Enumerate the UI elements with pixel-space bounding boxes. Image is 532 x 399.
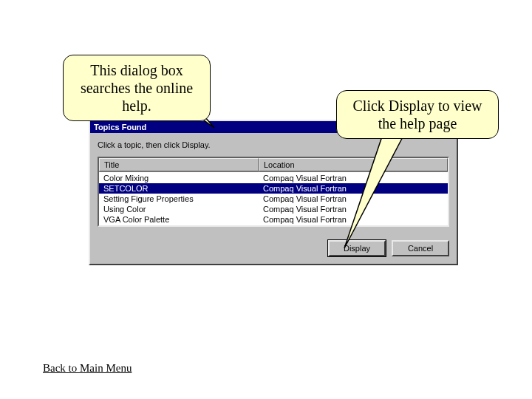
list-item-title: VGA Color Palette bbox=[99, 214, 259, 225]
list-item-title: Color Mixing bbox=[99, 173, 259, 183]
svg-marker-1 bbox=[344, 130, 406, 248]
dialog-title: Topics Found bbox=[94, 123, 146, 132]
callout-search-help: This dialog box searches the online help… bbox=[63, 55, 211, 121]
list-item-title: Using Color bbox=[99, 204, 259, 214]
callout-pointer-right bbox=[340, 129, 458, 254]
list-item-title: SETCOLOR bbox=[99, 183, 259, 194]
callout-click-display: Click Display to view the help page bbox=[336, 90, 499, 139]
column-header-title[interactable]: Title bbox=[99, 158, 259, 171]
list-item-title: Setting Figure Properties bbox=[99, 194, 259, 204]
callout-text: This dialog box searches the online help… bbox=[81, 62, 193, 114]
callout-text: Click Display to view the help page bbox=[353, 98, 482, 132]
back-to-main-menu-link[interactable]: Back to Main Menu bbox=[43, 362, 132, 375]
